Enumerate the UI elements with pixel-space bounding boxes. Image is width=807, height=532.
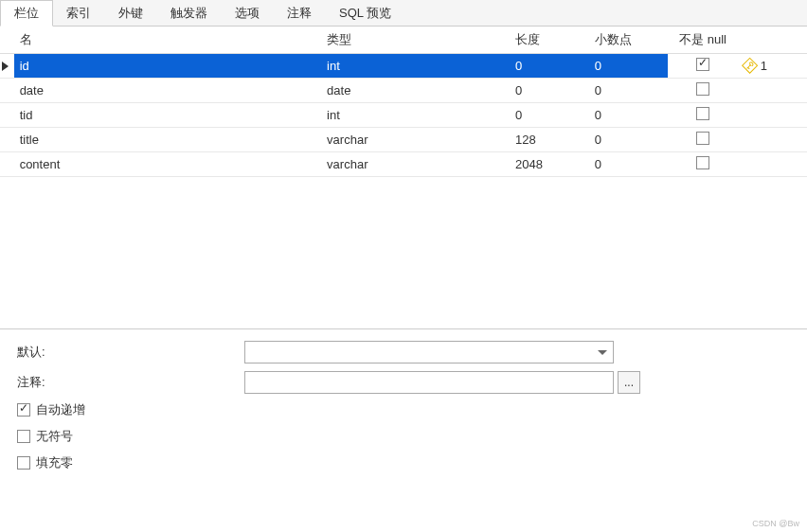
field-name-cell[interactable]: content	[14, 152, 321, 177]
row-indicator-cell	[0, 128, 14, 152]
field-length-cell[interactable]: 0	[510, 103, 589, 128]
field-key-cell[interactable]: ⚿1	[738, 54, 807, 79]
notnull-checkbox[interactable]	[696, 82, 709, 96]
field-type-cell[interactable]: int	[321, 54, 510, 79]
zerofill-checkbox[interactable]	[17, 456, 30, 470]
table-row[interactable]: tidint00	[0, 103, 807, 128]
tab-1[interactable]: 索引	[53, 0, 105, 26]
field-decimal-cell[interactable]: 0	[589, 79, 669, 103]
field-details-panel: 默认: 注释: ... 自动递增 无符号 填充零	[0, 329, 807, 492]
col-length-header[interactable]: 长度	[510, 27, 589, 54]
table-row[interactable]: contentvarchar20480	[0, 152, 807, 177]
field-type-cell[interactable]: int	[321, 103, 510, 128]
field-type-cell[interactable]: varchar	[321, 128, 510, 152]
field-key-cell[interactable]	[738, 152, 807, 177]
notnull-checkbox[interactable]	[696, 107, 709, 120]
field-length-cell[interactable]: 0	[510, 79, 589, 103]
table-row[interactable]: titlevarchar1280	[0, 128, 807, 152]
tab-2[interactable]: 外键	[105, 0, 157, 26]
primary-key-icon: ⚿1	[744, 58, 767, 74]
field-notnull-cell[interactable]	[668, 128, 737, 152]
zerofill-option[interactable]: 填充零	[17, 454, 790, 471]
row-indicator-cell	[0, 103, 14, 128]
field-key-cell[interactable]	[738, 103, 807, 128]
field-length-cell[interactable]: 2048	[510, 152, 589, 177]
watermark: CSDN @Bw	[752, 519, 799, 528]
default-label: 默认:	[17, 344, 244, 361]
notnull-checkbox[interactable]	[696, 132, 709, 145]
field-length-cell[interactable]: 128	[510, 128, 589, 152]
auto-increment-option[interactable]: 自动递增	[17, 401, 790, 418]
table-row[interactable]: idint00⚿1	[0, 54, 807, 79]
field-type-cell[interactable]: varchar	[321, 152, 510, 177]
field-decimal-cell[interactable]: 0	[589, 103, 669, 128]
field-name-cell[interactable]: id	[14, 54, 321, 79]
unsigned-label: 无符号	[36, 428, 73, 445]
row-indicator-cell	[0, 152, 14, 177]
col-type-header[interactable]: 类型	[321, 27, 510, 54]
auto-increment-label: 自动递增	[36, 401, 85, 418]
tabs: 栏位索引外键触发器选项注释SQL 预览	[0, 0, 807, 27]
notnull-checkbox[interactable]	[696, 58, 709, 71]
row-indicator-cell	[0, 54, 14, 79]
tab-5[interactable]: 注释	[274, 0, 326, 26]
tab-6[interactable]: SQL 预览	[326, 0, 405, 26]
unsigned-checkbox[interactable]	[17, 430, 30, 443]
field-notnull-cell[interactable]	[668, 103, 737, 128]
field-key-cell[interactable]	[738, 79, 807, 103]
col-key-header	[738, 27, 807, 54]
field-notnull-cell[interactable]	[668, 54, 737, 79]
field-notnull-cell[interactable]	[668, 79, 737, 103]
field-decimal-cell[interactable]: 0	[589, 128, 669, 152]
auto-increment-checkbox[interactable]	[17, 403, 30, 417]
col-decimal-header[interactable]: 小数点	[589, 27, 669, 54]
notnull-checkbox[interactable]	[696, 156, 709, 169]
field-type-cell[interactable]: date	[321, 79, 510, 103]
col-name-header[interactable]: 名	[14, 27, 321, 54]
chevron-down-icon	[598, 350, 607, 355]
comment-more-button[interactable]: ...	[618, 371, 640, 394]
comment-label: 注释:	[17, 374, 244, 391]
field-name-cell[interactable]: tid	[14, 103, 321, 128]
zerofill-label: 填充零	[36, 454, 73, 471]
field-key-cell[interactable]	[738, 128, 807, 152]
field-length-cell[interactable]: 0	[510, 54, 589, 79]
tab-0[interactable]: 栏位	[0, 0, 53, 27]
field-decimal-cell[interactable]: 0	[589, 54, 669, 79]
row-indicator-cell	[0, 79, 14, 103]
unsigned-option[interactable]: 无符号	[17, 428, 790, 445]
field-name-cell[interactable]: title	[14, 128, 321, 152]
comment-input[interactable]	[244, 371, 614, 394]
field-decimal-cell[interactable]: 0	[589, 152, 669, 177]
table-row[interactable]: datedate00	[0, 79, 807, 103]
tab-4[interactable]: 选项	[222, 0, 274, 26]
fields-table: 名 类型 长度 小数点 不是 null idint00⚿1datedate00t…	[0, 27, 807, 177]
col-indicator-header	[0, 27, 14, 54]
field-name-cell[interactable]: date	[14, 79, 321, 103]
col-notnull-header[interactable]: 不是 null	[668, 27, 737, 54]
tab-3[interactable]: 触发器	[157, 0, 222, 26]
field-notnull-cell[interactable]	[668, 152, 737, 177]
row-pointer-icon	[2, 62, 9, 71]
default-combobox[interactable]	[244, 341, 614, 364]
